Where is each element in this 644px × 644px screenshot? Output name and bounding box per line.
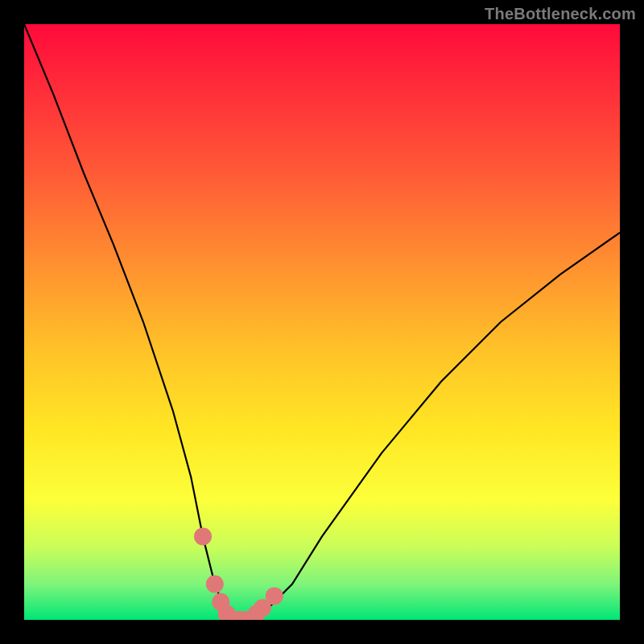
highlight-point: [194, 527, 212, 545]
highlight-point: [266, 587, 283, 605]
curve-layer: [24, 24, 620, 620]
bottleneck-curve: [24, 24, 620, 620]
attribution-text: TheBottleneck.com: [485, 5, 636, 23]
highlight-point: [206, 576, 224, 593]
highlight-markers: [194, 527, 283, 620]
plot-area: [24, 24, 620, 620]
chart-stage: TheBottleneck.com: [0, 0, 644, 644]
